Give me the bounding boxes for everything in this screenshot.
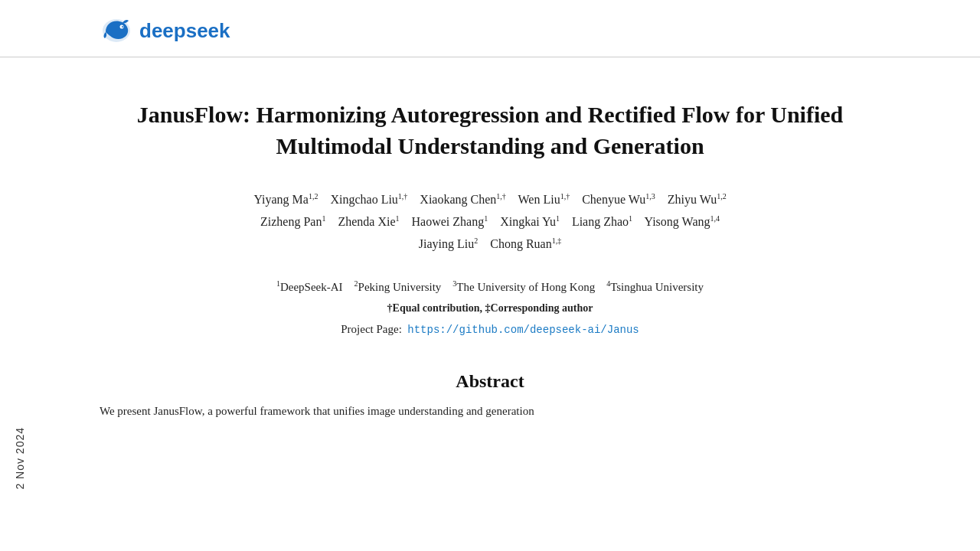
logo-text: deepseek	[139, 19, 230, 43]
project-page: Project Page: https://github.com/deepsee…	[100, 318, 880, 341]
authors-section: Yiyang Ma1,2 Xingchao Liu1,† Xiaokang Ch…	[100, 189, 880, 255]
authors-line1: Yiyang Ma1,2 Xingchao Liu1,† Xiaokang Ch…	[100, 189, 880, 211]
abstract-section: Abstract We present JanusFlow, a powerfu…	[100, 371, 880, 420]
svg-point-2	[122, 26, 123, 28]
equal-contribution: †Equal contribution, ‡Corresponding auth…	[100, 298, 880, 319]
abstract-text: We present JanusFlow, a powerful framewo…	[100, 403, 880, 420]
paper-title: JanusFlow: Harmonizing Autoregression an…	[100, 99, 880, 161]
side-date: 2 Nov 2024	[14, 427, 26, 490]
project-page-label: Project Page:	[341, 323, 402, 335]
affiliations-list: 1DeepSeek-AI 2Peking University 3The Uni…	[100, 276, 880, 298]
logo-container: deepseek	[100, 14, 230, 47]
authors-line2: Zizheng Pan1 Zhenda Xie1 Haowei Zhang1 X…	[100, 211, 880, 233]
deepseek-logo-icon	[100, 14, 133, 47]
page-container: 2 Nov 2024 deepseek JanusFlow: Harmonizi…	[0, 0, 980, 551]
affiliations-section: 1DeepSeek-AI 2Peking University 3The Uni…	[100, 276, 880, 341]
project-page-link[interactable]: https://github.com/deepseek-ai/Janus	[407, 324, 639, 336]
main-content: JanusFlow: Harmonizing Autoregression an…	[0, 99, 980, 420]
abstract-title: Abstract	[100, 371, 880, 392]
header: deepseek	[0, 0, 980, 57]
authors-line3: Jiaying Liu2 Chong Ruan1,‡	[100, 233, 880, 256]
